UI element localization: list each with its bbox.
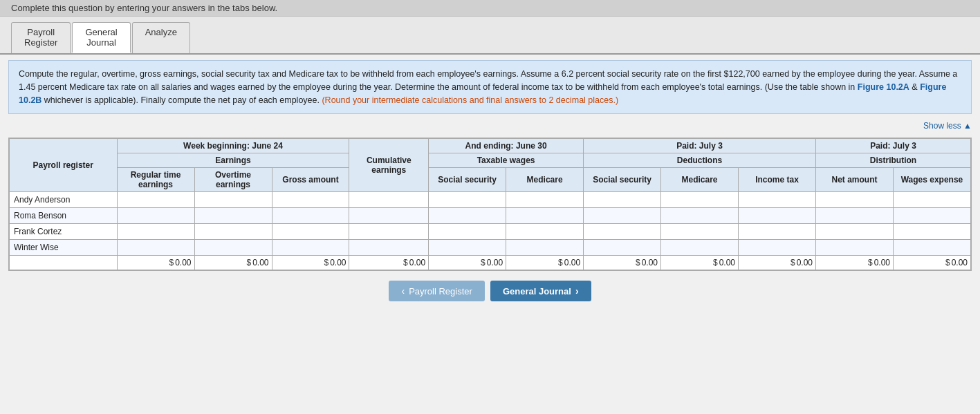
income-tax-frank[interactable]	[739, 224, 816, 240]
next-button[interactable]: General Journal ›	[490, 281, 591, 301]
net-amount-winter[interactable]	[816, 240, 894, 256]
input-field[interactable]	[432, 210, 503, 221]
input-field[interactable]	[352, 210, 425, 221]
input-field[interactable]	[352, 242, 425, 253]
income-tax-andy[interactable]	[739, 192, 816, 208]
input-field[interactable]	[275, 194, 346, 205]
wages-expense-winter[interactable]	[894, 240, 971, 256]
input-field[interactable]	[509, 226, 580, 237]
cumulative-input-roma[interactable]	[349, 208, 429, 224]
show-less-button[interactable]: Show less ▲	[0, 120, 980, 133]
gross-input-winter[interactable]	[272, 240, 349, 256]
input-field[interactable]	[198, 226, 269, 237]
input-field[interactable]	[819, 242, 890, 253]
gross-input-roma[interactable]	[272, 208, 349, 224]
input-field[interactable]	[509, 210, 580, 221]
regular-time-input-frank[interactable]	[117, 224, 194, 240]
social-sec-ded-frank[interactable]	[584, 224, 661, 240]
medicare-taxable-roma[interactable]	[506, 208, 584, 224]
input-field[interactable]	[896, 226, 968, 237]
input-field[interactable]	[819, 226, 890, 237]
input-field[interactable]	[741, 242, 813, 253]
overtime-input-winter[interactable]	[194, 240, 272, 256]
social-sec-taxable-andy[interactable]	[429, 192, 506, 208]
income-tax-winter[interactable]	[739, 240, 816, 256]
input-field[interactable]	[586, 194, 658, 205]
input-field[interactable]	[896, 210, 968, 221]
input-field[interactable]	[819, 194, 890, 205]
income-tax-roma[interactable]	[739, 208, 816, 224]
input-field[interactable]	[120, 194, 192, 205]
input-field[interactable]	[509, 194, 580, 205]
medicare-ded-winter[interactable]	[661, 240, 739, 256]
col-deductions: Paid: July 3	[584, 139, 816, 153]
medicare-ded-frank[interactable]	[661, 224, 739, 240]
input-field[interactable]	[198, 242, 269, 253]
input-field[interactable]	[741, 226, 813, 237]
overtime-input-roma[interactable]	[194, 208, 272, 224]
wages-expense-andy[interactable]	[894, 192, 971, 208]
medicare-taxable-frank[interactable]	[506, 224, 584, 240]
cumulative-input-frank[interactable]	[349, 224, 429, 240]
medicare-ded-andy[interactable]	[661, 192, 739, 208]
input-field[interactable]	[586, 210, 658, 221]
input-field[interactable]	[741, 194, 813, 205]
tab-payroll-register[interactable]: PayrollRegister	[11, 22, 71, 53]
net-amount-frank[interactable]	[816, 224, 894, 240]
tab-general-journal[interactable]: GeneralJournal	[72, 22, 130, 53]
cumulative-input-andy[interactable]	[349, 192, 429, 208]
regular-time-input-andy[interactable]	[117, 192, 194, 208]
input-field[interactable]	[120, 226, 192, 237]
cumulative-input-winter[interactable]	[349, 240, 429, 256]
tab-analyze[interactable]: Analyze	[132, 22, 190, 53]
prev-button[interactable]: ‹ Payroll Register	[389, 281, 484, 301]
social-sec-ded-roma[interactable]	[584, 208, 661, 224]
social-sec-ded-winter[interactable]	[584, 240, 661, 256]
gross-input-frank[interactable]	[272, 224, 349, 240]
figure-1-link[interactable]: Figure 10.2A	[858, 82, 909, 92]
input-field[interactable]	[198, 194, 269, 205]
social-sec-taxable-frank[interactable]	[429, 224, 506, 240]
description-after: whichever is applicable). Finally comput…	[41, 95, 322, 105]
input-field[interactable]	[432, 194, 503, 205]
input-field[interactable]	[432, 242, 503, 253]
input-field[interactable]	[664, 242, 735, 253]
input-field[interactable]	[352, 226, 425, 237]
input-field[interactable]	[664, 194, 735, 205]
input-field[interactable]	[741, 210, 813, 221]
input-field[interactable]	[586, 242, 658, 253]
social-sec-taxable-roma[interactable]	[429, 208, 506, 224]
medicare-ded-roma[interactable]	[661, 208, 739, 224]
regular-time-input-roma[interactable]	[117, 208, 194, 224]
medicare-taxable-andy[interactable]	[506, 192, 584, 208]
overtime-input-andy[interactable]	[194, 192, 272, 208]
input-field[interactable]	[819, 210, 890, 221]
input-field[interactable]	[352, 194, 425, 205]
wages-expense-frank[interactable]	[894, 224, 971, 240]
input-field[interactable]	[275, 210, 346, 221]
input-field[interactable]	[120, 242, 192, 253]
prev-button-label: Payroll Register	[409, 286, 472, 297]
input-field[interactable]	[664, 226, 735, 237]
table-row: Roma Benson	[10, 208, 971, 224]
regular-time-input-winter[interactable]	[117, 240, 194, 256]
social-sec-taxable-winter[interactable]	[429, 240, 506, 256]
input-field[interactable]	[664, 210, 735, 221]
social-sec-ded-andy[interactable]	[584, 192, 661, 208]
medicare-taxable-winter[interactable]	[506, 240, 584, 256]
input-field[interactable]	[896, 194, 968, 205]
net-amount-roma[interactable]	[816, 208, 894, 224]
input-field[interactable]	[275, 226, 346, 237]
input-field[interactable]	[586, 226, 658, 237]
wages-expense-roma[interactable]	[894, 208, 971, 224]
input-field[interactable]	[120, 210, 192, 221]
input-field[interactable]	[509, 242, 580, 253]
overtime-input-frank[interactable]	[194, 224, 272, 240]
input-field[interactable]	[275, 242, 346, 253]
input-field[interactable]	[432, 226, 503, 237]
gross-input-andy[interactable]	[272, 192, 349, 208]
input-field[interactable]	[896, 242, 968, 253]
input-field[interactable]	[198, 210, 269, 221]
net-amount-andy[interactable]	[816, 192, 894, 208]
next-button-label: General Journal	[503, 286, 571, 297]
